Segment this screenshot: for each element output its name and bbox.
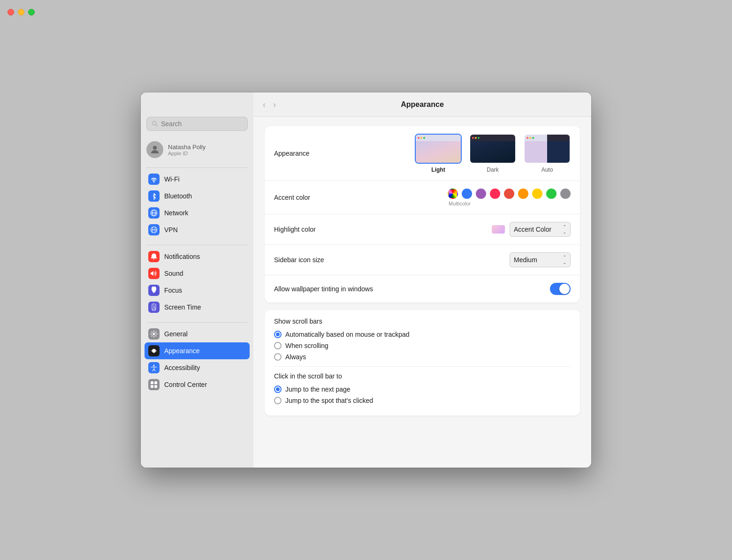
main-header: ‹ › Appearance (253, 92, 591, 117)
accent-color-yellow[interactable] (532, 189, 542, 199)
appearance-option-auto[interactable]: Auto (524, 134, 571, 173)
appearance-name-dark: Dark (487, 166, 498, 173)
bluetooth-label: Bluetooth (164, 192, 192, 200)
appearance-options: Light (415, 134, 571, 173)
scroll-option-auto[interactable]: Automatically based on mouse or trackpad (274, 331, 571, 338)
vpn-label: VPN (164, 226, 178, 234)
sidebar-icon-size-select[interactable]: Medium ⌃⌄ (510, 252, 571, 267)
appearance-row: Appearance (265, 126, 580, 181)
accent-color-row: Accent color (265, 181, 580, 214)
appearance-option-light[interactable]: Light (415, 134, 462, 173)
accent-color-label: Accent color (274, 194, 368, 201)
search-icon (152, 121, 158, 127)
scroll-click-option-spot[interactable]: Jump to the spot that's clicked (274, 397, 571, 404)
sidebar-icon-size-label: Sidebar icon size (274, 256, 368, 264)
sound-label: Sound (164, 270, 183, 277)
sidebar-item-bluetooth[interactable]: Bluetooth (145, 188, 250, 204)
scroll-option-always[interactable]: Always (274, 353, 571, 361)
highlight-color-control: Accent Color ⌃⌄ (492, 222, 571, 237)
divider-1 (146, 167, 248, 168)
sound-icon (148, 268, 160, 279)
general-icon (148, 328, 160, 340)
divider-3 (146, 322, 248, 323)
notifications-icon (148, 251, 160, 262)
highlight-color-select[interactable]: Accent Color ⌃⌄ (510, 222, 571, 237)
wifi-label: Wi-Fi (164, 175, 180, 183)
appearance-setting-label: Appearance (274, 150, 368, 157)
sidebar-item-general[interactable]: General (145, 325, 250, 342)
sidebar-icon-size-control: Medium ⌃⌄ (510, 252, 571, 267)
color-sublabel-row: Multicolor (448, 201, 571, 206)
user-profile[interactable]: Natasha Polly Apple ID (141, 138, 253, 165)
scroll-bars-section: Show scroll bars Automatically based on … (265, 310, 580, 416)
accent-color-blue[interactable] (462, 189, 472, 199)
scroll-divider (274, 366, 571, 367)
nav-arrows: ‹ › (261, 99, 278, 110)
radio-next-page (274, 386, 282, 393)
bluetooth-icon (148, 190, 160, 202)
accent-color-red[interactable] (504, 189, 514, 199)
main-content: ‹ › Appearance Appearance (253, 92, 591, 468)
general-label: General (164, 330, 188, 338)
focus-icon (148, 285, 160, 296)
search-input[interactable] (161, 120, 243, 128)
network-icon (148, 207, 160, 219)
screentime-icon (148, 302, 160, 313)
sidebar-item-vpn[interactable]: VPN (145, 221, 250, 238)
user-info: Natasha Polly Apple ID (168, 144, 206, 156)
search-bar[interactable] (146, 117, 248, 131)
sidebar-item-network[interactable]: Network (145, 204, 250, 221)
sidebar-icon-size-row: Sidebar icon size Medium ⌃⌄ (265, 245, 580, 275)
wallpaper-tinting-toggle[interactable] (550, 283, 571, 295)
scroll-spot-clicked-label: Jump to the spot that's clicked (285, 397, 373, 404)
toggle-knob (559, 284, 570, 294)
color-sublabel: Multicolor (449, 201, 471, 206)
accent-color-orange[interactable] (518, 189, 528, 199)
appearance-option-dark[interactable]: Dark (469, 134, 516, 173)
highlight-preview (492, 225, 505, 234)
accent-color-green[interactable] (546, 189, 557, 199)
accessibility-icon (148, 362, 160, 373)
sidebar-group-network: Wi-Fi Bluetooth (141, 171, 253, 238)
scroll-when-scrolling-label: When scrolling (285, 342, 328, 349)
accent-color-graphite[interactable] (560, 189, 571, 199)
accent-color-multicolor[interactable] (448, 189, 458, 199)
svg-rect-16 (154, 385, 157, 388)
network-label: Network (164, 209, 188, 217)
sidebar-item-wifi[interactable]: Wi-Fi (145, 171, 250, 188)
svg-point-12 (153, 365, 155, 366)
accent-color-pink[interactable] (490, 189, 500, 199)
svg-rect-15 (151, 385, 153, 388)
accent-color-options: Multicolor (448, 189, 571, 206)
back-button[interactable]: ‹ (261, 99, 267, 110)
appearance-thumb-light (415, 134, 462, 164)
appearance-name-auto: Auto (541, 166, 553, 173)
sidebar-icon-size-value: Medium (514, 256, 537, 264)
sidebar-item-screentime[interactable]: Screen Time (145, 299, 250, 316)
svg-rect-13 (151, 381, 153, 384)
sidebar-item-accessibility[interactable]: Accessibility (145, 359, 250, 376)
focus-label: Focus (164, 287, 182, 294)
wallpaper-tinting-control (550, 283, 571, 295)
screentime-label: Screen Time (164, 303, 201, 311)
highlight-color-value: Accent Color (514, 226, 551, 233)
scroll-click-option-next-page[interactable]: Jump to the next page (274, 386, 571, 393)
wallpaper-tinting-label: Allow wallpaper tinting in windows (274, 285, 373, 293)
sidebar-item-appearance[interactable]: Appearance (145, 342, 250, 359)
radio-inner (276, 333, 280, 336)
sidebar-item-focus[interactable]: Focus (145, 282, 250, 299)
appearance-card: Appearance (265, 126, 580, 303)
person-icon (149, 144, 160, 155)
sidebar-item-controlcenter[interactable]: Control Center (145, 376, 250, 393)
accent-color-purple[interactable] (476, 189, 486, 199)
sidebar-item-notifications[interactable]: Notifications (145, 248, 250, 265)
vpn-icon (148, 224, 160, 235)
highlight-color-label: Highlight color (274, 226, 368, 233)
scroll-click-title: Click in the scroll bar to (274, 372, 571, 380)
sidebar-item-sound[interactable]: Sound (145, 265, 250, 282)
svg-point-9 (153, 333, 155, 335)
forward-button[interactable]: › (271, 99, 278, 110)
accessibility-label: Accessibility (164, 364, 200, 371)
appearance-icon (148, 345, 160, 356)
scroll-option-when-scrolling[interactable]: When scrolling (274, 342, 571, 349)
